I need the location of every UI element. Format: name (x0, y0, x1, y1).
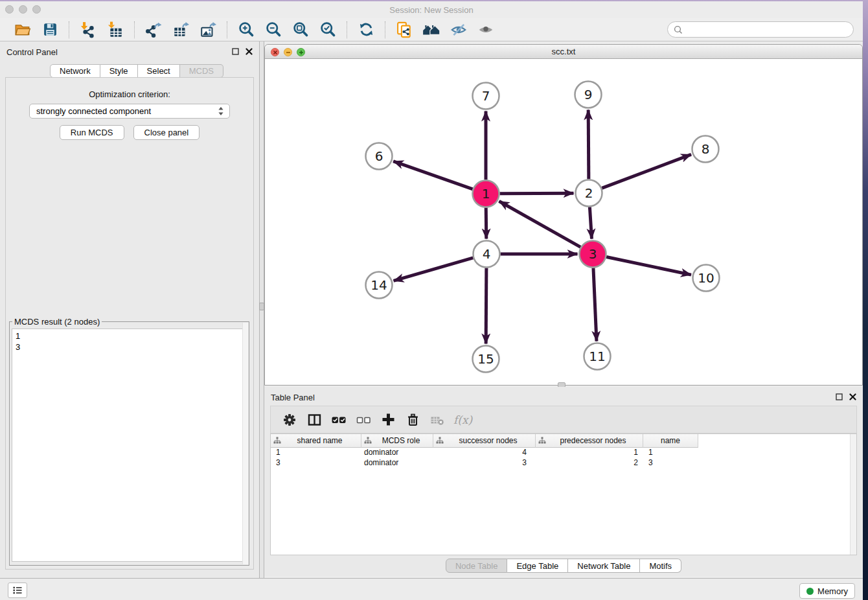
minimize-window-button[interactable] (19, 5, 27, 14)
graph-edge-3-10[interactable] (606, 257, 691, 275)
import-network-button[interactable] (78, 20, 98, 40)
maximize-view-button[interactable] (297, 48, 305, 56)
close-panel-button[interactable]: Close panel (133, 125, 200, 140)
graph-edge-4-14[interactable] (394, 258, 474, 281)
delete-row-button[interactable] (403, 410, 422, 430)
import-table-button[interactable] (106, 20, 125, 40)
float-panel-icon[interactable] (836, 393, 843, 400)
tab-network[interactable]: Network (50, 64, 100, 78)
graph-node-label-4: 4 (483, 246, 491, 262)
memory-button[interactable]: Memory (799, 583, 855, 599)
zoom-out-button[interactable] (264, 20, 283, 40)
vertical-splitter[interactable] (259, 41, 264, 578)
eye-icon (477, 21, 495, 38)
delete-table-button[interactable] (428, 410, 447, 430)
control-panel-title: Control Panel (6, 47, 58, 57)
tab-select[interactable]: Select (138, 64, 180, 78)
column-header-mcds-role[interactable]: MCDS role (361, 434, 433, 448)
result-scrollbar[interactable] (242, 323, 248, 564)
minimize-view-button[interactable] (284, 48, 292, 56)
cell-successor-nodes[interactable]: 4 (433, 448, 536, 458)
zoom-selected-icon (319, 21, 337, 38)
app-window: Session: New Session (0, 1, 863, 600)
search-icon (673, 25, 683, 35)
graph-edge-3-1[interactable] (499, 202, 580, 248)
search-input[interactable] (683, 23, 853, 36)
tab-style[interactable]: Style (100, 64, 138, 78)
table-row[interactable]: 3 dominator 3 2 3 (271, 458, 856, 468)
plus-icon (381, 412, 396, 427)
run-mcds-button[interactable]: Run MCDS (60, 125, 124, 140)
open-session-button[interactable] (13, 20, 32, 40)
hide-details-button[interactable] (449, 20, 468, 40)
graph-node-label-8: 8 (702, 141, 710, 157)
graph-edge-2-9[interactable] (588, 110, 589, 179)
tab-network-table[interactable]: Network Table (568, 559, 640, 573)
cell-name[interactable]: 3 (643, 458, 698, 468)
float-panel-icon[interactable] (232, 48, 239, 55)
cell-successor-nodes[interactable]: 3 (433, 458, 536, 468)
table-scrollbar[interactable] (850, 434, 856, 555)
zoom-in-button[interactable] (236, 20, 256, 40)
add-row-button[interactable] (378, 410, 398, 430)
criterion-select[interactable]: strongly connected component (29, 104, 230, 119)
splitter-grip[interactable] (259, 303, 264, 310)
graph-edge-1-4[interactable] (486, 207, 486, 238)
graph-node-label-6: 6 (375, 148, 383, 164)
column-header-predecessor-nodes[interactable]: predecessor nodes (536, 434, 643, 448)
export-table-button[interactable] (171, 20, 190, 40)
graph-edge-3-11[interactable] (593, 268, 597, 341)
graph-node-label-11: 11 (589, 349, 605, 364)
cell-mcds-role[interactable]: dominator (361, 448, 433, 458)
show-columns-button[interactable] (304, 410, 324, 430)
cell-name[interactable]: 1 (643, 448, 698, 458)
save-floppy-icon (42, 21, 58, 38)
deselect-all-button[interactable] (354, 410, 373, 430)
graph-edge-4-15[interactable] (486, 268, 486, 343)
close-view-button[interactable] (271, 48, 279, 56)
table-row[interactable]: 1 dominator 4 1 1 (271, 448, 856, 458)
refresh-styles-button[interactable] (356, 20, 376, 40)
mcds-result-text[interactable]: 1 3 (12, 329, 247, 562)
table-header-row: shared name MCDS role successor nodes pr… (271, 434, 856, 448)
close-panel-icon[interactable] (246, 48, 253, 55)
save-session-button[interactable] (40, 20, 60, 40)
checked-boxes-icon (331, 413, 347, 427)
graph-edge-1-6[interactable] (393, 161, 473, 189)
select-all-button[interactable] (329, 410, 348, 430)
column-header-successor-nodes[interactable]: successor nodes (433, 434, 536, 448)
cell-shared-name[interactable]: 1 (271, 448, 361, 458)
cell-predecessor-nodes[interactable]: 1 (536, 448, 643, 458)
tab-motifs[interactable]: Motifs (640, 559, 681, 573)
maximize-icon (299, 50, 304, 55)
tab-edge-table[interactable]: Edge Table (507, 559, 568, 573)
graph-edge-2-3[interactable] (589, 207, 591, 238)
show-details-button[interactable] (476, 20, 496, 40)
zoom-selected-button[interactable] (318, 20, 337, 40)
graph-edge-2-8[interactable] (602, 154, 691, 188)
column-header-shared-name[interactable]: shared name (271, 434, 361, 448)
export-network-button[interactable] (144, 20, 163, 40)
zoom-fit-button[interactable] (291, 20, 310, 40)
zoom-fit-icon (292, 21, 310, 38)
column-header-name[interactable]: name (643, 434, 698, 448)
zoom-window-button[interactable] (32, 5, 41, 14)
close-panel-icon[interactable] (849, 393, 856, 400)
main-toolbar (0, 18, 863, 41)
table-settings-button[interactable] (280, 410, 299, 430)
tab-mcds[interactable]: MCDS (180, 64, 223, 78)
home-views-button[interactable] (422, 20, 441, 40)
cell-mcds-role[interactable]: dominator (361, 458, 433, 468)
network-from-file-button[interactable] (394, 20, 414, 40)
search-box (667, 21, 854, 38)
function-builder-button[interactable]: f(x) (453, 413, 472, 426)
export-image-button[interactable] (198, 20, 218, 40)
graph-node-label-9: 9 (584, 87, 593, 102)
tab-node-table[interactable]: Node Table (446, 559, 508, 573)
cell-shared-name[interactable]: 3 (271, 458, 361, 468)
cell-predecessor-nodes[interactable]: 2 (536, 458, 643, 468)
network-canvas[interactable]: 1234678910111415 (265, 59, 862, 385)
close-window-button[interactable] (5, 5, 14, 14)
graph-edge-1-2[interactable] (499, 193, 573, 194)
task-history-button[interactable] (8, 583, 27, 598)
